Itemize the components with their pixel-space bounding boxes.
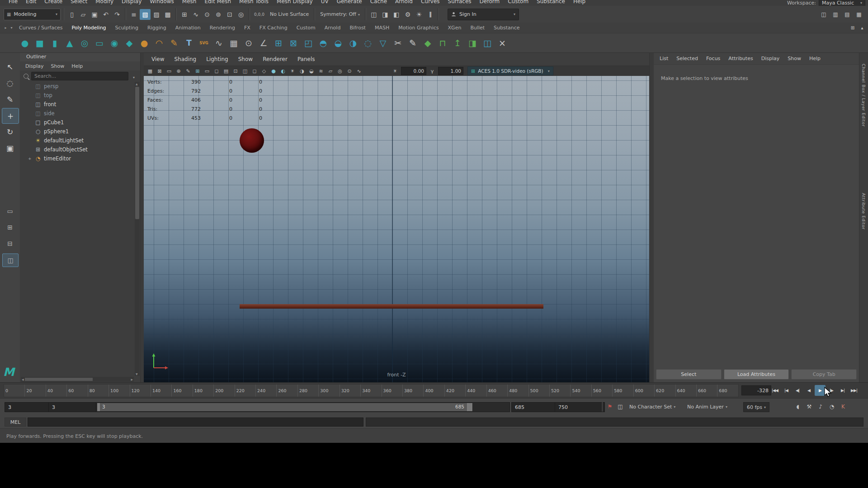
snap-viewplane-icon[interactable]: ⊡ [224, 9, 235, 20]
timeline-frame-420[interactable]: 420 [444, 385, 465, 397]
paint-select-tool[interactable]: ✎ [2, 92, 18, 107]
select-camera-icon[interactable]: ▦ [146, 67, 155, 75]
poly-torus-icon[interactable]: ◎ [78, 36, 91, 50]
redo-icon[interactable]: ↷ [112, 9, 123, 20]
menu-create[interactable]: Create [40, 0, 66, 3]
ae-menu-help[interactable]: Help [805, 56, 825, 61]
menu-arnold[interactable]: Arnold [391, 0, 417, 3]
channel-box-toggle-icon[interactable]: ▥ [830, 9, 841, 20]
timeline-frame-260[interactable]: 260 [276, 385, 297, 397]
menu-surfaces[interactable]: Surfaces [444, 0, 476, 3]
snap-grid-icon[interactable]: ⊞ [179, 9, 190, 20]
outliner-item-defaultlightset[interactable]: defaultLightSet [20, 136, 134, 145]
menu-uv[interactable]: UV [317, 0, 333, 3]
play-backwards-button[interactable]: ◀ [803, 385, 814, 396]
safe-action-icon[interactable]: ◫ [241, 67, 250, 75]
menu-cache[interactable]: Cache [366, 0, 391, 3]
expander-icon[interactable]: + [28, 156, 35, 161]
outliner-vertical-scrollbar[interactable] [135, 82, 140, 376]
ae-menu-focus[interactable]: Focus [702, 56, 724, 61]
timeline-frame-680[interactable]: 680 [717, 385, 738, 397]
isolate-select-icon[interactable]: ◎ [335, 67, 344, 75]
outliner-menu-display[interactable]: Display [25, 63, 44, 69]
xray-icon[interactable]: ▱ [326, 67, 335, 75]
poly-cube-icon[interactable]: ■ [33, 36, 47, 50]
timeline-frame-460[interactable]: 460 [486, 385, 507, 397]
mel-input-field[interactable] [28, 418, 363, 427]
hide-shelf-icon[interactable]: ▴ [858, 23, 866, 32]
viewport-canvas[interactable]: Verts: 390 0 0 Edges: 792 0 0 Faces: 406 [144, 76, 649, 382]
timeline-frame-200[interactable]: 200 [213, 385, 234, 397]
safe-title-icon[interactable]: ◻ [250, 67, 259, 75]
copy-tab-button[interactable]: Copy Tab [791, 369, 857, 380]
load-attributes-button[interactable]: Load Attributes [724, 369, 789, 380]
measure-distance-icon[interactable]: ∠ [257, 36, 270, 50]
shelf-tab-bifrost[interactable]: Bifrost [345, 25, 370, 31]
menu-edit-mesh[interactable]: Edit Mesh [200, 0, 235, 3]
exposure-field[interactable]: 0.00 [401, 67, 426, 75]
select-object-icon[interactable]: ▧ [140, 9, 151, 20]
outliner-item-pcube1[interactable]: pCube1 [20, 118, 134, 127]
timeline-frame-140[interactable]: 140 [151, 385, 171, 397]
scale-tool[interactable]: ▣ [2, 141, 18, 155]
render-view-icon[interactable]: ◫ [368, 9, 379, 20]
sweep-mesh-icon[interactable]: ∿ [212, 36, 226, 50]
poly-plane-icon[interactable]: ▭ [93, 36, 106, 50]
sign-in-dropdown[interactable]: Sign In [448, 9, 519, 20]
layout-single-pane[interactable]: ▭ [2, 205, 18, 217]
shelf-tab-curves-surfaces[interactable]: Curves / Surfaces [14, 25, 67, 31]
outliner-item-top[interactable]: top [20, 91, 134, 100]
timeline-frame-560[interactable]: 560 [591, 385, 612, 397]
light-editor-icon[interactable]: ☀ [414, 9, 425, 20]
psphere-object[interactable] [240, 128, 264, 153]
menu-edit[interactable]: Edit [22, 0, 40, 3]
timeline-frame-640[interactable]: 640 [675, 385, 696, 397]
platonic-solid-icon[interactable]: ◆ [123, 36, 136, 50]
go-to-start-button[interactable]: |◀◀ [769, 385, 780, 396]
separate-icon[interactable]: ⊠ [287, 36, 300, 50]
quad-draw-icon[interactable]: ✎ [406, 36, 420, 50]
pcube-object[interactable] [240, 304, 543, 309]
menu-custom[interactable]: Custom [504, 0, 533, 3]
exposure-icon[interactable]: ☀ [391, 67, 400, 75]
field-chart-icon[interactable]: ⊡ [231, 67, 240, 75]
lasso-tool[interactable]: ◌ [2, 75, 18, 90]
screen-space-ao-icon[interactable]: ◒ [307, 67, 316, 75]
shelf-tab-motion-graphics[interactable]: Motion Graphics [394, 25, 443, 31]
shelf-tab-rendering[interactable]: Rendering [205, 25, 240, 31]
timeline-frame-600[interactable]: 600 [633, 385, 654, 397]
ep-curve-icon[interactable]: ◠ [152, 36, 166, 50]
outliner-menu-help[interactable]: Help [71, 63, 83, 69]
layout-two-pane[interactable]: ⊟ [2, 237, 18, 250]
pencil-curve-icon[interactable]: ✎ [167, 36, 181, 50]
grid-toggle-icon[interactable]: ⊞ [193, 67, 202, 75]
extract-icon[interactable]: ◰ [302, 36, 315, 50]
timeline-frame-300[interactable]: 300 [318, 385, 339, 397]
menu-display[interactable]: Display [118, 0, 146, 3]
viewport-menu-show[interactable]: Show [233, 56, 258, 62]
menu-modify[interactable]: Modify [91, 0, 118, 3]
shelf-tab-fx[interactable]: FX [240, 25, 255, 31]
menu-mesh[interactable]: Mesh [178, 0, 201, 3]
panel-tab-attribute-editor[interactable]: Attribute Editor [861, 193, 866, 230]
attribute-editor-toggle-icon[interactable]: ▤ [842, 9, 853, 20]
film-gate-icon[interactable]: ▭ [203, 67, 212, 75]
nurbs-sphere-icon[interactable]: ● [137, 36, 151, 50]
ae-menu-list[interactable]: List [656, 56, 672, 61]
gamma-field[interactable]: 1.00 [438, 67, 463, 75]
2d-pan-zoom-icon[interactable]: ⊕ [174, 67, 183, 75]
menu-curves[interactable]: Curves [417, 0, 444, 3]
smooth-icon[interactable]: ◌ [361, 36, 375, 50]
poly-sphere-icon[interactable]: ● [18, 36, 32, 50]
timeline-frame-240[interactable]: 240 [255, 385, 276, 397]
bevel-icon[interactable]: ◆ [421, 36, 434, 50]
select-asset-icon[interactable]: ▩ [162, 9, 173, 20]
range-handle-right[interactable] [467, 403, 472, 411]
timeline-frame-400[interactable]: 400 [423, 385, 444, 397]
modeling-toolkit-toggle-icon[interactable]: ◫ [818, 9, 829, 20]
fps-dropdown[interactable]: 60 fps [743, 402, 769, 412]
range-slider-active[interactable]: 3 685 [97, 403, 472, 411]
anim-layer-dropdown[interactable]: No Anim Layer [687, 402, 727, 411]
animation-start-field[interactable]: 3 [5, 402, 53, 412]
shelf-tab-sculpting[interactable]: Sculpting [111, 25, 143, 31]
